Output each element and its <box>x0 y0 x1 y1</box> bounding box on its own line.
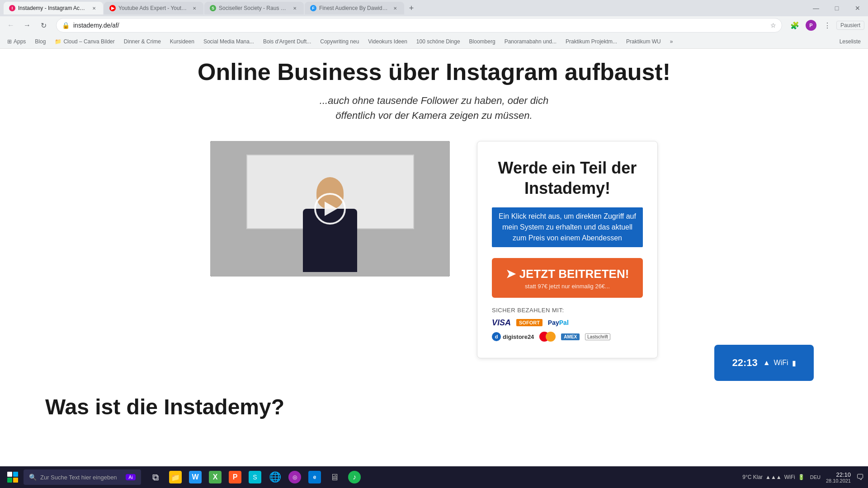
cta-button[interactable]: ➤ JETZT BEITRETEN! statt 97€ jetzt nur e… <box>492 258 643 298</box>
tab-favicon: I <box>9 5 15 11</box>
more-menu-button[interactable]: ⋮ <box>820 18 835 33</box>
taskbar-app-taskview[interactable]: ⧉ <box>146 468 165 486</box>
payment-icons-row-2: d digistore24 AMEX Lastschrift <box>492 332 643 342</box>
tab-favicon: ▶ <box>109 5 116 11</box>
cta-price-text: statt 97€ jetzt nur einmalig 26€... <box>525 283 610 294</box>
cta-arrow-icon: ➤ <box>506 267 516 281</box>
tab-close-btn[interactable]: ✕ <box>291 5 298 12</box>
bookmark-label: Praktikum Projektm... <box>566 38 617 45</box>
tab-youtube[interactable]: ▶ Youtube Ads Expert - Youtube W... ✕ <box>104 2 203 14</box>
taskbar-app-screen[interactable]: 🖥 <box>326 468 344 486</box>
hero-subtitle: ...auch ohne tausende Follower zu haben,… <box>9 93 859 123</box>
mastercard-icon <box>539 332 556 342</box>
browser-controls-bar: ← → ↻ 🔒 instademy.de/af/ ☆ 🧩 P ⋮ Pausier… <box>0 16 868 34</box>
card-title-line2: Instademy! <box>524 179 610 197</box>
taskbar-app-excel[interactable]: X <box>206 468 224 486</box>
card-title: Werde ein Teil der Instademy! <box>492 158 643 198</box>
bookmark-apps[interactable]: ⊞ Apps <box>4 38 29 46</box>
notification-icon[interactable]: 🗨 <box>856 473 864 482</box>
bookmark-100schone[interactable]: 100 schöne Dinge <box>413 38 464 46</box>
tab-label: Sociseller Society - Raus aus ... <box>219 5 288 11</box>
signup-card: Werde ein Teil der Instademy! Ein Klick … <box>477 141 658 358</box>
tab-sociseller[interactable]: S Sociseller Society - Raus aus ... ✕ <box>204 2 304 14</box>
bookmark-praktikum-projektm[interactable]: Praktikum Projektm... <box>562 38 621 46</box>
maximize-button[interactable]: □ <box>826 0 847 16</box>
bookmark-blog[interactable]: Blog <box>31 38 49 46</box>
tab-bar: I Instademy - Instagram Academy ✕ ▶ Yout… <box>0 0 868 16</box>
payment-label: SICHER BEZAHLEN MIT: <box>492 307 643 314</box>
taskbar-apps: ⧉ 📁 W X P S 🌐 ◎ e 🖥 ♪ <box>146 468 363 486</box>
battery-icon: ▮ <box>792 359 796 367</box>
start-button[interactable] <box>4 468 22 486</box>
excel-icon: X <box>209 471 222 483</box>
bookmark-kursideen[interactable]: Kursideen <box>166 38 198 46</box>
bookmark-label: Blog <box>35 38 46 45</box>
battery-status-icon: 🔋 <box>798 474 805 480</box>
tab-label: Youtube Ads Expert - Youtube W... <box>118 5 188 11</box>
taskbar-app-app6[interactable]: ◎ <box>286 468 304 486</box>
tab-close-btn[interactable]: ✕ <box>392 5 399 12</box>
taskbar-app-spotify[interactable]: ♪ <box>345 468 363 486</box>
reading-list-button[interactable]: Leseliste <box>836 38 864 46</box>
powerpoint-icon: P <box>229 471 241 483</box>
search-icon: 🔍 <box>29 474 37 481</box>
tab-favicon: S <box>210 5 216 11</box>
taskbar-app-powerpoint[interactable]: P <box>226 468 244 486</box>
language-badge: DEU <box>810 474 821 480</box>
clock-time: 22:10 <box>826 471 851 478</box>
bookmark-bois[interactable]: Bois d'Argent Duft... <box>259 38 315 46</box>
bookmark-social-media[interactable]: Social Media Mana... <box>200 38 258 46</box>
taskbar-app-chrome[interactable]: 🌐 <box>266 468 284 486</box>
tab-close-btn[interactable]: ✕ <box>90 5 98 12</box>
more-bookmarks-button[interactable]: » <box>666 38 677 46</box>
taskbar-app-skype[interactable]: S <box>246 468 264 486</box>
back-button[interactable]: ← <box>4 18 18 33</box>
bookmark-dinner[interactable]: Dinner & Crime <box>120 38 165 46</box>
paused-badge: Pausiert <box>836 21 864 30</box>
taskbar: 🔍 Zur Suche Text hier eingeben Ai ⧉ 📁 W … <box>0 466 868 488</box>
new-tab-button[interactable]: + <box>405 2 418 14</box>
bookmark-copywriting[interactable]: Copywriting neu <box>316 38 363 46</box>
video-person-figure <box>289 177 371 277</box>
forward-button[interactable]: → <box>20 18 34 33</box>
bookmark-label: Cloud – Canva Bilder <box>63 38 114 45</box>
bookmark-label: Copywriting neu <box>320 38 359 45</box>
taskbar-app-explorer[interactable]: 📁 <box>166 468 184 486</box>
bookmark-label: Apps <box>14 38 26 45</box>
play-button[interactable] <box>314 193 346 225</box>
bookmark-label: Videokurs Ideen <box>368 38 407 45</box>
amex-icon: AMEX <box>561 333 580 340</box>
status-icons: ▲ WiFi ▮ <box>763 359 796 367</box>
wifi-signal-icon: WiFi <box>784 474 795 480</box>
apps-icon: ⊞ <box>7 38 12 45</box>
browser-chrome: I Instademy - Instagram Academy ✕ ▶ Yout… <box>0 0 868 49</box>
taskbar-app-edge[interactable]: e <box>306 468 324 486</box>
bottom-right-card: 22:13 ▲ WiFi ▮ <box>714 345 814 381</box>
sofort-icon: SOFORT <box>516 317 542 328</box>
payment-icons-row-1: VISA SOFORT PayPal <box>492 317 643 328</box>
tab-close-btn[interactable]: ✕ <box>191 5 198 12</box>
signal-icon: ▲ <box>763 359 770 367</box>
bookmark-praktikum-wu[interactable]: Praktikum WU <box>623 38 665 46</box>
bookmark-videokurs[interactable]: Videokurs Ideen <box>364 38 411 46</box>
tab-instademy[interactable]: I Instademy - Instagram Academy ✕ <box>4 2 103 14</box>
bookmark-canva[interactable]: 📁 Cloud – Canva Bilder <box>51 38 118 46</box>
tab-finest[interactable]: F Finest Audience By Dawid Przyb... ✕ <box>305 2 404 14</box>
signal-bars-icon: ▲▲▲ <box>765 474 782 480</box>
address-bar[interactable]: 🔒 instademy.de/af/ ☆ <box>56 18 782 33</box>
bookmark-bloomberg[interactable]: Bloomberg <box>466 38 499 46</box>
close-button[interactable]: ✕ <box>847 0 868 16</box>
bottom-card-time: 22:13 <box>732 357 757 369</box>
taskbar-app-word[interactable]: W <box>186 468 204 486</box>
file-explorer-icon: 📁 <box>169 471 182 483</box>
minimize-button[interactable]: — <box>806 0 826 16</box>
extensions-button[interactable]: 🧩 <box>788 18 802 33</box>
address-text: instademy.de/af/ <box>73 22 767 29</box>
skype-icon: S <box>249 471 261 483</box>
video-player[interactable] <box>210 141 450 277</box>
taskbar-search-box[interactable]: 🔍 Zur Suche Text hier eingeben Ai <box>24 469 141 485</box>
refresh-button[interactable]: ↻ <box>36 18 51 33</box>
digistore24-icon: d digistore24 <box>492 332 534 341</box>
bookmark-label: Panoramabahn und... <box>505 38 557 45</box>
bookmark-panorama[interactable]: Panoramabahn und... <box>501 38 560 46</box>
